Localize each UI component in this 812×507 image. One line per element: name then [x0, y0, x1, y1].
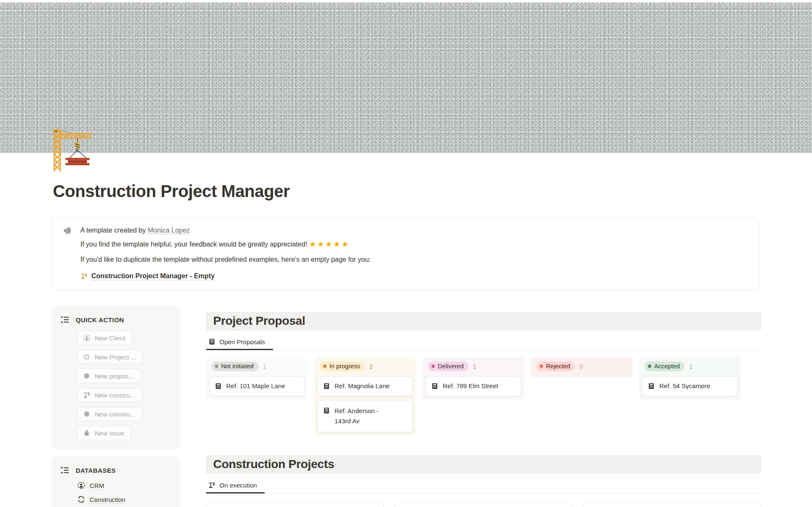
gray-circle-icon	[83, 410, 91, 418]
proposal-card[interactable]: Ref. 54 Sycamore	[642, 376, 738, 396]
proposal-card[interactable]: Ref. Magnolia Lane	[317, 376, 413, 396]
person-dashed-icon	[83, 334, 91, 342]
card-title: Ref. 789 Elm Street	[443, 381, 498, 391]
burst-icon	[83, 353, 91, 361]
empty-page-link[interactable]: Construction Project Manager - Empty	[91, 271, 215, 281]
button-label: New Project ...	[95, 354, 136, 361]
list-icon	[60, 315, 70, 324]
column-count: 1	[263, 363, 266, 370]
empty-page-line: Construction Project Manager - Empty	[80, 271, 371, 281]
proposal-card[interactable]: Ref. Anderson - 143rd Av	[317, 400, 413, 432]
status-label: Not initiated	[221, 363, 254, 370]
feedback-line: If you find the template helpful, your f…	[80, 240, 371, 249]
table-icon	[431, 382, 439, 390]
column-count: 2	[370, 363, 373, 370]
database-label: Construction	[90, 496, 125, 503]
megaphone-icon	[63, 225, 74, 236]
new-issue-button[interactable]: New Issue	[77, 426, 131, 440]
status-label: Rejected	[546, 363, 570, 370]
card-title: Ref. 54 Sycamore	[659, 381, 710, 391]
sync-icon	[77, 495, 85, 504]
cover-image	[0, 3, 812, 153]
quick-action-title: QUICK ACTION	[76, 316, 124, 323]
status-dot	[431, 364, 435, 368]
board-column-delivered: Delivered 1 Ref. 789 Elm Street	[422, 357, 524, 400]
status-dot	[540, 364, 543, 368]
databases-title: DATABASES	[76, 467, 116, 474]
project-card[interactable]	[206, 502, 384, 507]
bug-icon	[83, 429, 91, 437]
button-label: New constru...	[95, 411, 135, 418]
button-label: New Issue	[95, 430, 124, 437]
status-pill[interactable]: Rejected	[536, 362, 575, 371]
tab-open-proposals[interactable]: Open Proposals	[206, 335, 273, 350]
sidebar: QUICK ACTION New Client New Project ... …	[52, 306, 180, 507]
databases-panel: DATABASES CRM Construction	[52, 456, 180, 507]
table-icon	[208, 338, 216, 345]
person-dashed-icon	[77, 481, 85, 490]
projects-cards-row	[206, 502, 761, 507]
project-card[interactable]	[584, 502, 761, 507]
card-title: Ref. Anderson - 143rd Av	[335, 406, 395, 426]
status-dot	[648, 364, 651, 368]
author-link[interactable]: Monica Lopez	[148, 227, 190, 234]
database-item-crm[interactable]: CRM	[77, 481, 104, 490]
feedback-text: If you find the template helpful, your f…	[80, 241, 309, 248]
status-label: In progress	[329, 363, 360, 370]
board-column-not-initiated: Not initiated 1 Ref. 101 Maple Lane	[206, 357, 307, 400]
crane-icon	[80, 272, 88, 280]
list-icon	[60, 466, 70, 475]
database-item-construction[interactable]: Construction	[77, 495, 125, 504]
status-pill[interactable]: Delivered	[428, 362, 468, 371]
proposal-section-heading: Project Proposal	[206, 312, 761, 331]
tab-label: On execution	[219, 482, 257, 489]
template-callout: A template created by Monica Lopez If yo…	[52, 217, 759, 290]
proposal-card[interactable]: Ref. 101 Maple Lane	[209, 376, 304, 396]
gray-circle-icon	[83, 372, 91, 380]
column-count: 1	[473, 363, 476, 370]
status-pill[interactable]: In progress	[320, 362, 365, 371]
column-count: 1	[689, 363, 692, 370]
projects-section-heading: Construction Projects	[206, 455, 761, 474]
new-construction-button[interactable]: New constru...	[77, 388, 142, 402]
column-count: 0	[579, 363, 583, 370]
main-content: Project Proposal Open Proposals Not init…	[206, 306, 761, 507]
status-dot	[323, 364, 326, 368]
crane-icon	[83, 391, 91, 399]
project-card[interactable]	[395, 502, 573, 507]
new-proposal-button[interactable]: New propos...	[77, 369, 141, 383]
button-label: New constru...	[95, 392, 135, 399]
card-title: Ref. Magnolia Lane	[335, 381, 390, 391]
duplicate-line: If you'd like to duplicate the template …	[80, 255, 371, 264]
section-title: Construction Projects	[213, 458, 754, 471]
board-column-accepted: Accepted 1 Ref. 54 Sycamore	[639, 357, 741, 400]
created-by-line: A template created by Monica Lopez	[80, 226, 371, 235]
status-pill[interactable]: Not initiated	[211, 362, 258, 371]
page-title: Construction Project Manager	[53, 181, 812, 201]
table-icon	[214, 382, 222, 390]
tab-label: Open Proposals	[219, 338, 265, 345]
card-title: Ref. 101 Maple Lane	[226, 381, 285, 391]
table-icon	[647, 382, 655, 390]
new-construction-button-2[interactable]: New constru...	[77, 407, 142, 421]
new-project-button[interactable]: New Project ...	[77, 350, 143, 364]
quick-action-panel: QUICK ACTION New Client New Project ... …	[52, 306, 180, 449]
status-dot	[215, 364, 218, 368]
status-label: Delivered	[438, 363, 464, 370]
status-pill[interactable]: Accepted	[645, 362, 684, 371]
proposal-board: Not initiated 1 Ref. 101 Maple Lane In p…	[206, 357, 761, 436]
table-icon	[323, 382, 330, 390]
section-title: Project Proposal	[213, 314, 754, 328]
status-label: Accepted	[654, 363, 680, 370]
star-rating: ★★★★★	[309, 240, 349, 249]
database-label: CRM	[90, 482, 104, 489]
new-client-button[interactable]: New Client	[77, 331, 132, 345]
crane-icon	[208, 481, 216, 489]
board-column-rejected: Rejected 0	[531, 357, 632, 377]
proposal-card[interactable]: Ref. 789 Elm Street	[425, 376, 521, 396]
created-by-prefix: A template created by	[80, 227, 148, 234]
tab-on-execution[interactable]: On execution	[206, 479, 265, 493]
button-label: New propos...	[95, 373, 134, 380]
table-icon	[323, 407, 330, 414]
projects-tabs: On execution	[206, 479, 761, 493]
